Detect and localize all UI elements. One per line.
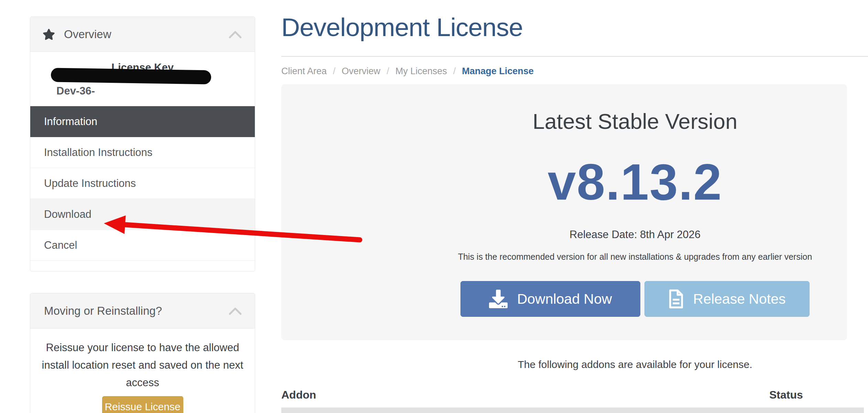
addons-intro: The following addons are available for y… <box>423 359 847 370</box>
breadcrumb: Client Area / Overview / My Licenses / M… <box>281 66 534 77</box>
latest-version-panel: Latest Stable Version v8.13.2 Release Da… <box>281 84 847 340</box>
breadcrumb-overview[interactable]: Overview <box>342 66 381 77</box>
recommendation-note: This is the recommended version for all … <box>423 252 847 262</box>
license-manage-page: Overview License Key Dev-36- Information… <box>0 0 868 413</box>
reissue-license-button[interactable]: Reissue License <box>102 396 183 413</box>
reissue-panel-header[interactable]: Moving or Reinstalling? <box>30 293 255 328</box>
latest-version-heading: Latest Stable Version <box>423 109 847 134</box>
download-now-button[interactable]: Download Now <box>460 281 640 317</box>
reissue-panel: Moving or Reinstalling? Reissue your lic… <box>30 293 255 413</box>
addon-column-header: Addon <box>281 389 316 401</box>
sidebar-item-information[interactable]: Information <box>30 106 255 137</box>
release-notes-button[interactable]: Release Notes <box>644 281 810 317</box>
sidebar-item-download[interactable]: Download <box>30 199 255 230</box>
sidebar-item-installation-instructions[interactable]: Installation Instructions <box>30 137 255 168</box>
release-notes-label: Release Notes <box>693 291 786 307</box>
page-title: Development License <box>281 12 523 42</box>
breadcrumb-separator: / <box>387 66 389 77</box>
breadcrumb-my-licenses[interactable]: My Licenses <box>395 66 447 77</box>
license-key-value: Dev-36- <box>56 85 95 97</box>
status-column-header: Status <box>769 389 803 401</box>
overview-panel: Overview License Key Dev-36- Information… <box>30 16 255 271</box>
download-icon <box>489 290 508 308</box>
chevron-up-icon[interactable] <box>228 30 242 39</box>
overview-panel-header[interactable]: Overview <box>30 17 255 52</box>
version-number: v8.13.2 <box>423 153 847 211</box>
file-alt-icon <box>669 289 684 309</box>
star-icon <box>43 29 55 40</box>
breadcrumb-client-area[interactable]: Client Area <box>281 66 327 77</box>
sidebar-item-update-instructions[interactable]: Update Instructions <box>30 168 255 199</box>
breadcrumb-manage-license: Manage License <box>462 66 534 77</box>
release-date: Release Date: 8th Apr 2026 <box>423 228 847 241</box>
reissue-description: Reissue your license to have the allowed… <box>38 339 248 391</box>
reissue-panel-body: Reissue your license to have the allowed… <box>30 339 255 413</box>
version-actions: Download Now Release Notes <box>423 281 847 317</box>
chevron-up-icon[interactable] <box>228 306 242 315</box>
title-divider <box>281 56 868 57</box>
breadcrumb-separator: / <box>453 66 456 77</box>
breadcrumb-separator: / <box>333 66 336 77</box>
license-key-redaction <box>51 68 211 84</box>
sidebar-item-cancel[interactable]: Cancel <box>30 230 255 261</box>
addons-table-row <box>281 408 864 413</box>
license-key-block: License Key Dev-36- <box>30 52 255 106</box>
reissue-panel-title: Moving or Reinstalling? <box>44 304 228 317</box>
overview-panel-title: Overview <box>64 28 228 41</box>
download-now-label: Download Now <box>517 291 612 307</box>
